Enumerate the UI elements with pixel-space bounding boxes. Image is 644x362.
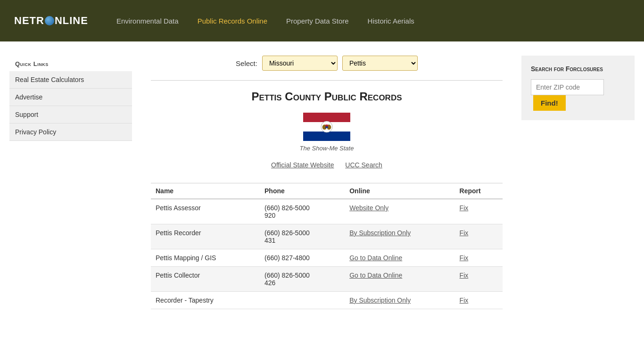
foreclosure-title: Search for Forclosures — [531, 65, 625, 73]
nav-historic-aerials[interactable]: Historic Aerials — [368, 17, 414, 25]
county-select[interactable]: Pettis — [342, 56, 418, 71]
cell-name: Pettis Collector — [151, 267, 260, 292]
foreclosure-box: Search for Forclosures Find! — [521, 56, 635, 120]
official-state-website-link[interactable]: Official State Website — [271, 161, 334, 169]
sidebar-item-support[interactable]: Support — [9, 106, 132, 123]
select-bar: Select: Missouri Pettis — [151, 51, 503, 80]
table-header-row: Name Phone Online Report — [151, 183, 503, 199]
svg-rect-0 — [303, 113, 350, 122]
table-body: Pettis Assessor (660) 826-5000920 Websit… — [151, 199, 503, 309]
county-section: Pettis County Public Records — [151, 80, 503, 309]
flag-area: ★ The Show-Me State — [151, 113, 503, 152]
nav-property-data-store[interactable]: Property Data Store — [286, 17, 349, 25]
left-sidebar: Quick Links Real Estate Calculators Adve… — [0, 51, 141, 309]
cell-name: Pettis Mapping / GIS — [151, 249, 260, 267]
cell-report[interactable]: Fix — [455, 267, 503, 292]
nav-environmental-data[interactable]: Environmental Data — [116, 17, 179, 25]
cell-report[interactable]: Fix — [455, 224, 503, 249]
flag-caption: The Show-Me State — [151, 145, 503, 152]
site-header: NETRNLINE Environmental Data Public Reco… — [0, 0, 644, 41]
cell-phone — [260, 292, 345, 309]
content-wrapper: Quick Links Real Estate Calculators Adve… — [0, 41, 644, 319]
table-row: Pettis Mapping / GIS (660) 827-4800 Go t… — [151, 249, 503, 267]
cell-online[interactable]: By Subscription Only — [345, 224, 454, 249]
cell-phone: (660) 826-5000431 — [260, 224, 345, 249]
cell-name: Recorder - Tapestry — [151, 292, 260, 309]
svg-rect-2 — [303, 132, 350, 141]
nav-public-records-online[interactable]: Public Records Online — [198, 17, 267, 25]
select-label: Select: — [236, 59, 257, 67]
ucc-search-link[interactable]: UCC Search — [345, 161, 382, 169]
state-links: Official State Website UCC Search — [151, 161, 503, 169]
cell-report[interactable]: Fix — [455, 292, 503, 309]
zip-code-input[interactable] — [531, 79, 604, 95]
col-phone: Phone — [260, 183, 345, 199]
logo-area[interactable]: NETRNLINE — [14, 15, 88, 27]
globe-icon — [45, 16, 54, 25]
cell-phone: (660) 826-5000920 — [260, 199, 345, 224]
state-select[interactable]: Missouri — [262, 56, 338, 71]
table-row: Pettis Assessor (660) 826-5000920 Websit… — [151, 199, 503, 224]
sidebar-item-privacy-policy[interactable]: Privacy Policy — [9, 123, 132, 141]
logo-text: NETRNLINE — [14, 15, 88, 27]
cell-online[interactable]: Go to Data Online — [345, 249, 454, 267]
table-row: Pettis Collector (660) 826-5000426 Go to… — [151, 267, 503, 292]
find-button[interactable]: Find! — [533, 95, 566, 111]
table-row: Pettis Recorder (660) 826-5000431 By Sub… — [151, 224, 503, 249]
foreclosure-search-row: Find! — [531, 79, 625, 111]
cell-online[interactable]: Go to Data Online — [345, 267, 454, 292]
col-online: Online — [345, 183, 454, 199]
cell-online[interactable]: By Subscription Only — [345, 292, 454, 309]
cell-name: Pettis Recorder — [151, 224, 260, 249]
cell-phone: (660) 826-5000426 — [260, 267, 345, 292]
quick-links-title: Quick Links — [9, 56, 132, 71]
main-content: Select: Missouri Pettis Pettis County Pu… — [141, 51, 512, 309]
sidebar-item-advertise[interactable]: Advertise — [9, 89, 132, 106]
col-report: Report — [455, 183, 503, 199]
cell-report[interactable]: Fix — [455, 249, 503, 267]
main-nav: Environmental Data Public Records Online… — [116, 17, 414, 25]
cell-name: Pettis Assessor — [151, 199, 260, 224]
sidebar-item-real-estate-calculators[interactable]: Real Estate Calculators — [9, 71, 132, 89]
missouri-flag: ★ — [303, 113, 350, 141]
cell-phone: (660) 827-4800 — [260, 249, 345, 267]
right-sidebar: Search for Forclosures Find! — [512, 51, 644, 309]
col-name: Name — [151, 183, 260, 199]
cell-online[interactable]: Website Only — [345, 199, 454, 224]
county-title: Pettis County Public Records — [151, 90, 503, 103]
records-table: Name Phone Online Report Pettis Assessor… — [151, 183, 503, 309]
cell-report[interactable]: Fix — [455, 199, 503, 224]
table-row: Recorder - Tapestry By Subscription Only… — [151, 292, 503, 309]
